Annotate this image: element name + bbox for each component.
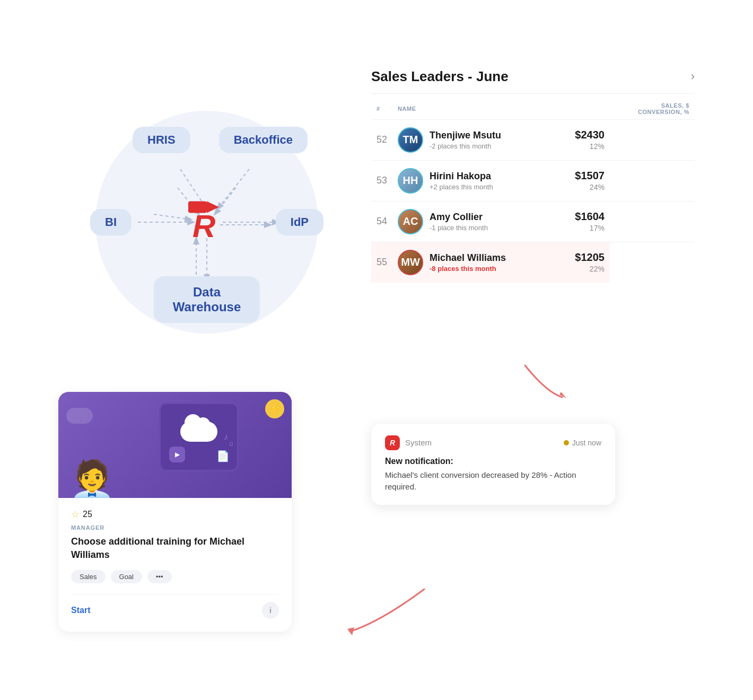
sales-header: Sales Leaders - June ›: [371, 68, 695, 94]
notif-title: New notification:: [385, 457, 601, 466]
table-row: 52 TM Thenjiwe Msutu -2 places this mont…: [371, 119, 695, 160]
tag-goal[interactable]: Goal: [111, 570, 142, 583]
diagram-circle: R HRIS Backoffice BI IdP DataWarehouse: [95, 111, 318, 334]
sales-title: Sales Leaders - June: [371, 68, 509, 85]
notif-body: Michael's client conversion decreased by…: [385, 469, 601, 493]
node-backoffice: Backoffice: [219, 127, 308, 153]
notif-logo: R: [385, 435, 400, 450]
notification-section: R System Just now New notification: Mich…: [371, 392, 695, 632]
person-name: Hirini Hakopa: [430, 171, 493, 182]
card-title: Choose additional training for Michael W…: [71, 535, 279, 562]
person-info: Thenjiwe Msutu -2 places this month: [423, 130, 501, 150]
sales-cell: $1507 24%: [555, 160, 609, 201]
svg-text:R: R: [192, 208, 215, 243]
sales-chevron-icon[interactable]: ›: [691, 69, 695, 83]
person-name: Thenjiwe Msutu: [430, 130, 501, 141]
tag-more[interactable]: •••: [147, 570, 172, 583]
person-change: +2 places this month: [430, 183, 493, 191]
node-data-warehouse: DataWarehouse: [154, 276, 260, 323]
node-hris: HRIS: [133, 127, 190, 153]
sales-pct: 17%: [560, 224, 604, 232]
col-sales: SALES, $ CONVERSION, %: [610, 98, 695, 120]
svg-marker-5: [347, 627, 354, 635]
sales-amount: $1604: [560, 211, 604, 223]
star-count: 25: [83, 510, 92, 519]
node-idp: IdP: [276, 209, 323, 235]
training-card: ♪ ♫ ▶ 📄 🧑‍💼 ⚡ ☆ 25 MANAGER: [58, 392, 292, 632]
tag-sales[interactable]: Sales: [71, 570, 106, 583]
card-image: ♪ ♫ ▶ 📄 🧑‍💼 ⚡: [58, 392, 292, 498]
person-cell: TM Thenjiwe Msutu -2 places this month: [392, 119, 555, 160]
person-cell: HH Hirini Hakopa +2 places this month: [392, 160, 555, 201]
sales-table: # NAME SALES, $ CONVERSION, % 52 TM Then…: [371, 98, 695, 283]
table-row: 55 MW Michael Williams -8 places this mo…: [371, 242, 695, 283]
sales-pct: 12%: [560, 142, 604, 151]
card-footer: Start i: [71, 594, 279, 619]
col-rank: #: [371, 98, 392, 120]
card-tags: Sales Goal •••: [71, 570, 279, 583]
person-name: Michael Williams: [430, 252, 506, 264]
sales-cell: $2430 12%: [555, 119, 609, 160]
r-logo-svg: R: [183, 198, 231, 243]
person-info: Hirini Hakopa +2 places this month: [423, 171, 493, 191]
table-row: 53 HH Hirini Hakopa +2 places this month…: [371, 160, 695, 201]
avatar: AC: [398, 209, 423, 234]
start-button[interactable]: Start: [71, 606, 90, 615]
sales-pct: 24%: [560, 183, 604, 191]
notification-card: R System Just now New notification: Mich…: [371, 424, 615, 505]
person-info: Amy Collier -1 place this month: [423, 212, 488, 232]
sales-amount: $2430: [560, 129, 604, 141]
notif-time-label: Just now: [572, 439, 601, 447]
person-name: Amy Collier: [430, 212, 488, 223]
sales-amount: $1205: [560, 251, 604, 264]
rank-cell: 55: [371, 242, 392, 283]
sales-cell: $1604 17%: [555, 201, 609, 242]
avatar: TM: [398, 127, 423, 153]
card-body: ☆ 25 MANAGER Choose additional training …: [58, 498, 292, 632]
person-change: -8 places this month: [430, 265, 506, 273]
lightning-badge: ⚡: [265, 399, 284, 418]
col-name: NAME: [392, 98, 610, 120]
avatar: MW: [398, 250, 423, 275]
arrow-down-svg: [483, 360, 589, 402]
sales-amount: $1507: [560, 170, 604, 182]
sales-cell: $1205 22%: [555, 242, 609, 283]
notif-time-dot: [564, 440, 569, 445]
person-change: -2 places this month: [430, 142, 501, 150]
rank-cell: 53: [371, 160, 392, 201]
sales-section: Sales Leaders - June › # NAME SALES, $ C…: [371, 68, 695, 376]
info-button[interactable]: i: [262, 602, 279, 619]
node-bi: BI: [90, 209, 132, 235]
person-info: Michael Williams -8 places this month: [423, 252, 506, 273]
rank-cell: 54: [371, 201, 392, 242]
person-cell: MW Michael Williams -8 places this month: [392, 242, 555, 283]
star-icon: ☆: [71, 509, 80, 520]
center-logo: R: [183, 198, 231, 246]
notif-header: R System Just now: [385, 435, 601, 450]
notif-source: R System: [385, 435, 432, 450]
avatar: HH: [398, 168, 423, 194]
card-stars: ☆ 25: [71, 509, 279, 520]
main-container: R HRIS Backoffice BI IdP DataWarehouse S…: [58, 68, 695, 632]
rank-cell: 52: [371, 119, 392, 160]
card-category: MANAGER: [71, 524, 279, 531]
notif-time: Just now: [564, 439, 601, 447]
notif-system-label: System: [405, 438, 432, 447]
arrow-left-svg: [329, 579, 445, 642]
person-change: -1 place this month: [430, 224, 488, 232]
sales-pct: 22%: [560, 265, 604, 273]
diagram-section: R HRIS Backoffice BI IdP DataWarehouse: [58, 68, 355, 376]
person-cell: AC Amy Collier -1 place this month: [392, 201, 555, 242]
table-row: 54 AC Amy Collier -1 place this month $1…: [371, 201, 695, 242]
